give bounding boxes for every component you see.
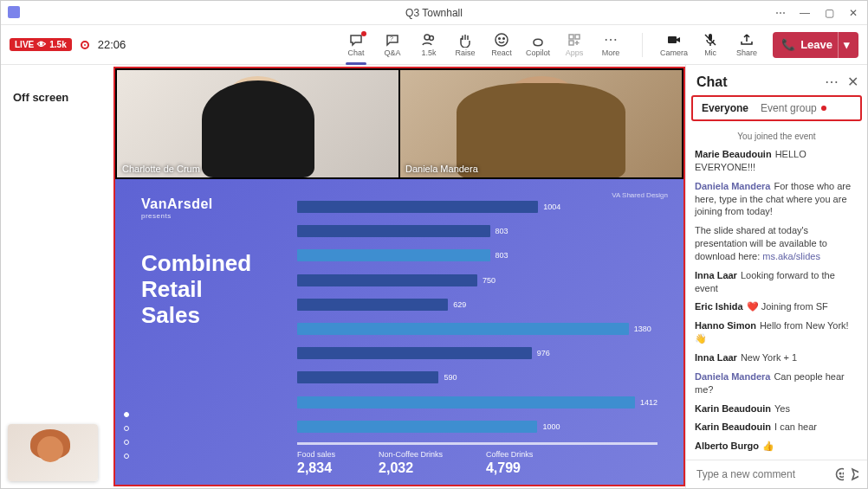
window-title: Q3 Townhall — [405, 7, 463, 19]
window-titlebar: Q3 Townhall ⋯ — ▢ ✕ — [1, 1, 867, 25]
chat-message: Daniela ManderaCan people hear me? — [695, 370, 858, 396]
copilot-icon — [530, 32, 546, 48]
qa-button[interactable]: ? Q&A — [375, 28, 410, 62]
tab-event-group[interactable]: Event group — [761, 102, 826, 114]
window-close-icon[interactable]: ✕ — [843, 7, 864, 19]
chat-panel: Chat ⋯ ✕ Everyone Event group You joined… — [685, 65, 867, 488]
self-preview[interactable] — [8, 424, 98, 481]
av-toolbar-group: Camera Mic Share — [657, 28, 764, 62]
offscreen-label: Off screen — [13, 91, 68, 104]
react-icon — [494, 32, 509, 48]
chat-unread-dot — [361, 31, 366, 36]
chat-panel-title: Chat — [696, 74, 825, 90]
slide-title: CombinedRetailSales — [141, 251, 297, 329]
chart-bar: 629 — [297, 298, 657, 312]
chart-bar: 1004 — [297, 200, 657, 214]
slide-nav-dots[interactable] — [124, 412, 129, 459]
leave-caret-icon[interactable]: ▾ — [838, 32, 855, 58]
chart-bar: 976 — [297, 346, 657, 360]
chart-bar: 750 — [297, 273, 657, 287]
qa-button-label: Q&A — [385, 48, 401, 57]
svg-text:?: ? — [390, 35, 393, 42]
window-minimize-icon[interactable]: — — [794, 7, 815, 19]
chat-close-icon[interactable]: ✕ — [847, 74, 858, 90]
meeting-toolbar: LIVE 👁 1.5k 22:06 Chat ? Q&A 1.5k Raise … — [1, 25, 867, 65]
chart-bar: 803 — [297, 224, 657, 238]
footer-metric: Non-Coffee Drinks2,032 — [379, 450, 443, 476]
raise-hand-icon — [457, 32, 473, 48]
chat-message: Daniela ManderaFor those who are here, t… — [695, 180, 858, 219]
svg-rect-6 — [569, 35, 573, 39]
more-button[interactable]: ⋯ More — [593, 28, 628, 62]
tab-everyone[interactable]: Everyone — [702, 102, 748, 114]
chat-more-icon[interactable]: ⋯ — [825, 74, 839, 90]
camera-icon — [666, 32, 682, 48]
presenter-video-row: Charlotte de Crum Daniela Mandera — [115, 68, 683, 179]
camera-button[interactable]: Camera — [657, 28, 691, 62]
qa-icon: ? — [385, 32, 400, 48]
viewer-count: 1.5k — [49, 40, 66, 49]
leave-button[interactable]: 📞 Leave ▾ — [773, 32, 858, 58]
leave-icon: 📞 — [781, 38, 795, 51]
mic-button[interactable]: Mic — [693, 28, 728, 62]
mic-muted-icon — [703, 32, 718, 48]
chat-input[interactable] — [695, 467, 828, 481]
raise-button-label: Raise — [456, 48, 476, 57]
center-toolbar-group: Chat ? Q&A 1.5k Raise React Copilot Apps… — [339, 28, 628, 62]
chat-message: The slide shared at today's presentation… — [695, 224, 858, 263]
chat-message: Karin BeaudouinI can hear — [695, 421, 858, 434]
window-maximize-icon[interactable]: ▢ — [819, 7, 839, 19]
copilot-button[interactable]: Copilot — [521, 28, 555, 62]
svg-point-4 — [499, 38, 501, 40]
svg-rect-7 — [575, 35, 580, 39]
chat-message: Inna LaarLooking forward to the event — [695, 269, 858, 295]
apps-button-label: Apps — [566, 48, 584, 57]
elapsed-timer: 22:06 — [98, 38, 126, 51]
mic-button-label: Mic — [704, 48, 716, 57]
apps-icon — [567, 32, 582, 48]
share-icon — [739, 32, 755, 48]
chat-system-message: You joined the event — [695, 132, 858, 141]
people-button-label: 1.5k — [422, 48, 437, 57]
window-more-icon[interactable]: ⋯ — [770, 7, 791, 19]
share-button-label: Share — [736, 48, 757, 57]
share-button[interactable]: Share — [729, 28, 764, 62]
chart-bar: 1380 — [297, 322, 657, 336]
chart-bar: 803 — [297, 248, 657, 262]
chat-button-label: Chat — [348, 48, 365, 57]
react-button[interactable]: React — [484, 28, 519, 62]
slide-chart: 1004 803 803 750 629 1380 976 590 1412 — [297, 196, 657, 476]
svg-rect-8 — [569, 41, 573, 45]
more-icon: ⋯ — [603, 32, 619, 48]
chat-button[interactable]: Chat — [339, 28, 373, 62]
chat-message: Hanno SimonHello from New York! 👋 — [695, 319, 858, 345]
chat-message: Alberto Burgo👍 — [695, 440, 858, 453]
meeting-stage: Charlotte de Crum Daniela Mandera VanArs… — [113, 67, 685, 486]
shared-slide: VanArsdel presents CombinedRetailSales 1… — [115, 179, 683, 485]
chart-bar: 1000 — [297, 420, 657, 434]
teams-app-icon — [8, 6, 20, 18]
svg-point-3 — [496, 34, 508, 46]
svg-point-5 — [503, 38, 505, 40]
slide-footer-metrics: Food sales2,834 Non-Coffee Drinks2,032 C… — [297, 442, 657, 476]
presenter-video-1[interactable]: Charlotte de Crum — [117, 70, 398, 177]
footer-metric: Food sales2,834 — [297, 450, 335, 476]
chat-message-list[interactable]: You joined the event Marie BeaudouinHELL… — [686, 126, 867, 460]
presenter-video-2[interactable]: Daniela Mandera — [400, 70, 682, 177]
presenter-name-2: Daniela Mandera — [405, 164, 478, 174]
more-button-label: More — [602, 48, 620, 57]
recording-icon — [81, 41, 89, 49]
raise-hand-button[interactable]: Raise — [448, 28, 483, 62]
slide-corner-tag: VA Shared Design — [612, 191, 668, 199]
event-group-unread-dot — [821, 106, 826, 111]
react-button-label: React — [491, 48, 512, 57]
chart-bar: 590 — [297, 370, 657, 384]
people-button[interactable]: 1.5k — [411, 28, 446, 62]
send-icon[interactable] — [851, 467, 859, 481]
apps-button[interactable]: Apps — [557, 28, 592, 62]
chat-compose — [686, 460, 867, 488]
offscreen-rail: Off screen — [1, 65, 113, 488]
svg-point-2 — [430, 36, 434, 41]
emoji-icon[interactable] — [835, 467, 844, 481]
viewer-icon: 👁 — [37, 40, 46, 49]
